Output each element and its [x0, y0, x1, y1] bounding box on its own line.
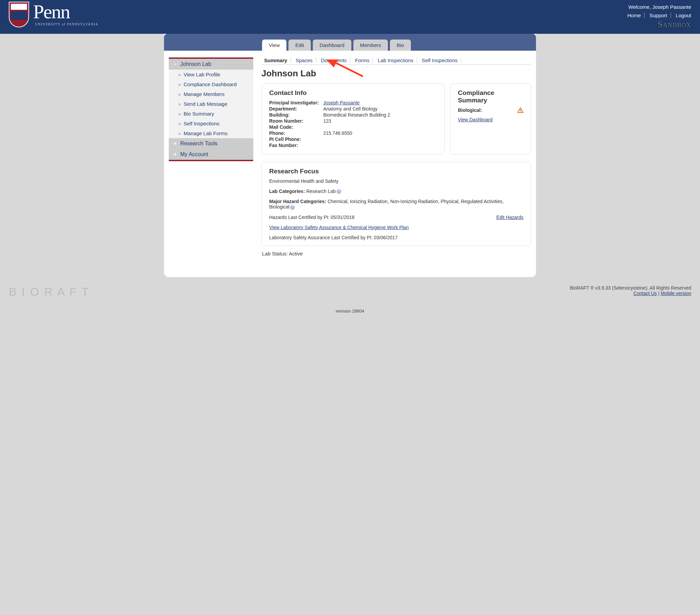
- label-phone: Phone:: [269, 130, 323, 136]
- sidebar-lab-header[interactable]: Johnson Lab: [169, 59, 253, 69]
- research-focus-panel: Research Focus Environmental Health and …: [261, 162, 531, 246]
- mobile-version-link[interactable]: Mobile version: [661, 291, 691, 296]
- footer: B I O R A F T BioRAFT ® v3.9.33 (Selenoc…: [0, 277, 700, 327]
- sidebar-item-view-lab-profile[interactable]: View Lab Profile: [169, 69, 253, 79]
- value-dept: Anatomy and Cell Biology: [323, 106, 377, 112]
- pi-link[interactable]: Joseph Passante: [323, 100, 360, 105]
- view-dashboard-link[interactable]: View Dashboard: [458, 117, 492, 122]
- view-work-plan-link[interactable]: View Laboratory Safety Assurance & Chemi…: [269, 225, 409, 230]
- support-link[interactable]: Support: [646, 13, 671, 18]
- label-room: Room Number:: [269, 118, 323, 124]
- sidebar-section-research-tools[interactable]: Research Tools: [169, 138, 253, 149]
- label-pi: Principal Investigator:: [269, 100, 323, 105]
- subtab-summary[interactable]: Summary: [261, 57, 291, 63]
- sandbox-badge: Sandbox: [624, 20, 691, 30]
- subtab-lab-inspections[interactable]: Lab Inspections: [374, 57, 417, 63]
- research-heading: Research Focus: [269, 168, 524, 175]
- subtab-spaces[interactable]: Spaces: [292, 57, 316, 63]
- svg-rect-2: [520, 111, 521, 112]
- help-icon[interactable]: ?: [290, 205, 295, 210]
- label-dept: Department:: [269, 106, 323, 112]
- footer-copyright: BioRAFT ® v3.9.33 (Selenocysteine), All …: [570, 285, 691, 291]
- sidebar-item-compliance-dashboard[interactable]: Compliance Dashboard: [169, 79, 253, 89]
- sidebar-item-self-inspections[interactable]: Self Inspections: [169, 119, 253, 128]
- lab-status-text: Lab Status: Active: [261, 251, 531, 256]
- sidebar: Johnson Lab View Lab Profile Compliance …: [169, 57, 253, 256]
- penn-logo: Penn UNIVERSITY of PENNSYLVANIA: [9, 2, 98, 27]
- page-title: Johnson Lab: [261, 68, 531, 79]
- tab-edit[interactable]: Edit: [288, 40, 311, 51]
- revision-text: revision 29604: [9, 308, 691, 313]
- lab-categories-value: Research Lab: [307, 189, 336, 194]
- home-link[interactable]: Home: [624, 13, 645, 18]
- major-hazard-label: Major Hazard Categories:: [269, 199, 326, 204]
- sidebar-item-manage-members[interactable]: Manage Members: [169, 89, 253, 99]
- label-cell: PI Cell Phone:: [269, 137, 323, 142]
- sidebar-section-my-account[interactable]: My Account: [169, 149, 253, 160]
- contact-info-panel: Contact Info Principal Investigator:Jose…: [261, 84, 445, 154]
- help-icon[interactable]: ?: [337, 189, 341, 194]
- hazards-certified-text: Hazards Last Certified by PI: 05/31/2018: [269, 215, 354, 220]
- label-building: Building:: [269, 112, 323, 118]
- value-building: Biomedical Research Building 2: [323, 112, 390, 118]
- welcome-text: Welcome, Joseph Passante: [624, 4, 691, 10]
- svg-rect-1: [520, 110, 521, 111]
- sidebar-item-send-lab-message[interactable]: Send Lab Message: [169, 99, 253, 109]
- research-focus-text: Environmental Health and Safety: [269, 178, 524, 184]
- subtab-documents[interactable]: Documents: [317, 57, 350, 63]
- compliance-heading: Compliance Summary: [458, 89, 524, 104]
- subtab-self-inspections[interactable]: Self Inspections: [418, 57, 461, 63]
- contact-heading: Contact Info: [269, 89, 437, 97]
- logout-link[interactable]: Logout: [672, 13, 691, 18]
- warning-icon: [517, 107, 524, 113]
- contact-us-link[interactable]: Contact Us: [633, 291, 657, 296]
- label-fax: Fax Number:: [269, 143, 323, 148]
- label-mail: Mail Code:: [269, 124, 323, 130]
- header-links: Home Support Logout: [624, 13, 691, 18]
- value-room: 123: [323, 118, 331, 124]
- safety-certified-text: Laboratory Safety Assurance Last Certifi…: [269, 235, 524, 240]
- header-bar: Penn UNIVERSITY of PENNSYLVANIA Welcome,…: [0, 0, 700, 34]
- tab-view[interactable]: View: [262, 40, 286, 51]
- value-phone: 215.746.6550: [323, 130, 352, 136]
- subtab-forms[interactable]: Forms: [352, 57, 373, 63]
- primary-tab-bar: View Edit Dashboard Members Bio: [164, 34, 536, 51]
- edit-hazards-link[interactable]: Edit Hazards: [497, 215, 524, 220]
- tab-members[interactable]: Members: [353, 40, 388, 51]
- penn-shield-icon: [9, 2, 29, 27]
- sidebar-item-bio-summary[interactable]: Bio Summary: [169, 109, 253, 119]
- compliance-biological-label: Biological:: [458, 107, 482, 113]
- sub-tab-bar: Summary Spaces Documents Forms Lab Inspe…: [261, 57, 531, 65]
- sidebar-item-manage-lab-forms[interactable]: Manage Lab Forms: [169, 128, 253, 138]
- tab-bio[interactable]: Bio: [390, 40, 411, 51]
- tab-dashboard[interactable]: Dashboard: [313, 40, 351, 51]
- lab-categories-label: Lab Categories:: [269, 189, 305, 194]
- logo-text-big: Penn: [33, 3, 98, 21]
- compliance-summary-panel: Compliance Summary Biological: View Dash…: [450, 84, 531, 154]
- logo-text-small: UNIVERSITY of PENNSYLVANIA: [35, 22, 98, 26]
